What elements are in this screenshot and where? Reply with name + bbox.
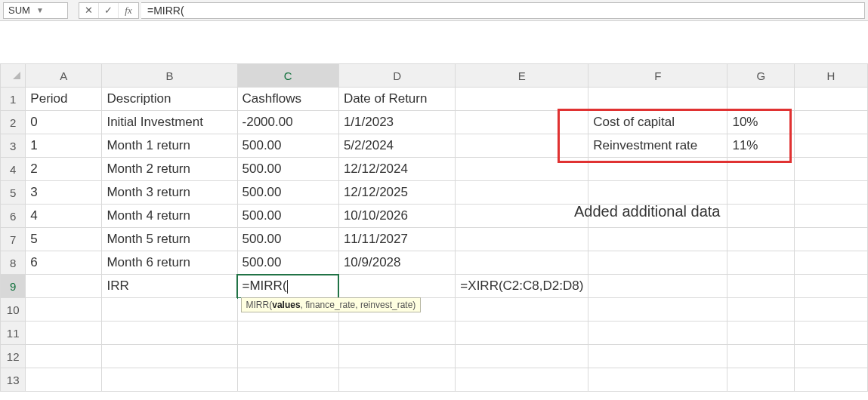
cell[interactable]: [338, 345, 455, 368]
confirm-button[interactable]: ✓: [99, 3, 119, 18]
cell[interactable]: Month 3 return: [102, 181, 237, 205]
active-cell[interactable]: =MIRR( MIRR(values, finance_rate, reinve…: [237, 275, 338, 298]
col-header-H[interactable]: H: [795, 64, 868, 88]
cell[interactable]: [338, 368, 455, 392]
cell[interactable]: [456, 298, 588, 322]
cell[interactable]: 11/11/2027: [338, 228, 455, 251]
cell[interactable]: [727, 228, 795, 251]
cell[interactable]: Cost of capital: [588, 111, 727, 134]
cell[interactable]: [588, 298, 727, 322]
cell[interactable]: [588, 368, 727, 392]
cell[interactable]: 1/1/2023: [338, 111, 455, 134]
col-header-B[interactable]: B: [102, 64, 237, 88]
cell[interactable]: 12/12/2024: [338, 158, 455, 181]
cell[interactable]: [102, 298, 237, 322]
formula-input[interactable]: =MIRR(: [141, 2, 865, 19]
function-tooltip[interactable]: MIRR(values, finance_rate, reinvest_rate…: [241, 297, 422, 312]
cell[interactable]: [795, 298, 868, 322]
col-header-G[interactable]: G: [727, 64, 795, 88]
cell[interactable]: [456, 251, 588, 275]
cell[interactable]: [588, 181, 727, 205]
cell[interactable]: [795, 322, 868, 345]
cell[interactable]: [795, 251, 868, 275]
col-header-F[interactable]: F: [588, 64, 727, 88]
col-header-E[interactable]: E: [456, 64, 588, 88]
cell[interactable]: [102, 322, 237, 345]
cell[interactable]: [102, 368, 237, 392]
cell[interactable]: [456, 134, 588, 158]
cell[interactable]: [338, 275, 455, 298]
cell[interactable]: Reinvestment rate: [588, 134, 727, 158]
cell[interactable]: [727, 345, 795, 368]
cell[interactable]: [795, 181, 868, 205]
cancel-button[interactable]: ✕: [79, 3, 99, 18]
cell[interactable]: [456, 205, 588, 228]
cell[interactable]: 3: [26, 181, 102, 205]
row-header[interactable]: 1: [1, 88, 26, 111]
row-header[interactable]: 10: [1, 298, 26, 322]
cell[interactable]: [456, 158, 588, 181]
cell[interactable]: [795, 158, 868, 181]
cell[interactable]: [456, 368, 588, 392]
cell[interactable]: 500.00: [237, 158, 338, 181]
cell[interactable]: [26, 345, 102, 368]
cell[interactable]: 11%: [727, 134, 795, 158]
cell[interactable]: [795, 111, 868, 134]
cell[interactable]: Period: [26, 88, 102, 111]
cell[interactable]: [727, 251, 795, 275]
cell[interactable]: [795, 205, 868, 228]
row-header[interactable]: 3: [1, 134, 26, 158]
cell[interactable]: [456, 88, 588, 111]
cell[interactable]: 10/10/2026: [338, 205, 455, 228]
cell[interactable]: [456, 181, 588, 205]
cell[interactable]: IRR: [102, 275, 237, 298]
col-header-A[interactable]: A: [26, 64, 102, 88]
cell[interactable]: [795, 228, 868, 251]
cell[interactable]: 500.00: [237, 181, 338, 205]
row-header[interactable]: 12: [1, 345, 26, 368]
cell[interactable]: [795, 368, 868, 392]
cell[interactable]: [237, 345, 338, 368]
cell[interactable]: 12/12/2025: [338, 181, 455, 205]
cell[interactable]: Description: [102, 88, 237, 111]
cell[interactable]: [237, 322, 338, 345]
cell[interactable]: 500.00: [237, 251, 338, 275]
cell[interactable]: [456, 228, 588, 251]
spreadsheet-grid[interactable]: A B C D E F G H 1 Period Description Cas…: [0, 63, 868, 392]
select-all-corner[interactable]: [1, 64, 26, 88]
cell[interactable]: -2000.00: [237, 111, 338, 134]
cell[interactable]: 4: [26, 205, 102, 228]
cell[interactable]: [727, 322, 795, 345]
cell[interactable]: [456, 322, 588, 345]
cell[interactable]: 10/9/2028: [338, 251, 455, 275]
cell[interactable]: [26, 368, 102, 392]
cell[interactable]: [102, 345, 237, 368]
cell[interactable]: [727, 158, 795, 181]
cell[interactable]: 1: [26, 134, 102, 158]
name-box[interactable]: SUM ▼: [3, 2, 68, 19]
cell[interactable]: 6: [26, 251, 102, 275]
cell[interactable]: [727, 205, 795, 228]
chevron-down-icon[interactable]: ▼: [36, 6, 64, 14]
cell[interactable]: Month 2 return: [102, 158, 237, 181]
cell[interactable]: Date of Return: [338, 88, 455, 111]
cell[interactable]: [588, 228, 727, 251]
cell[interactable]: Month 6 return: [102, 251, 237, 275]
cell[interactable]: 500.00: [237, 205, 338, 228]
cell[interactable]: [795, 134, 868, 158]
cell[interactable]: [338, 322, 455, 345]
cell[interactable]: [26, 298, 102, 322]
cell[interactable]: [456, 345, 588, 368]
cell[interactable]: [588, 251, 727, 275]
col-header-C[interactable]: C: [237, 64, 338, 88]
cell[interactable]: [237, 368, 338, 392]
cell[interactable]: 5/2/2024: [338, 134, 455, 158]
row-header[interactable]: 6: [1, 205, 26, 228]
row-header[interactable]: 5: [1, 181, 26, 205]
cell[interactable]: [727, 368, 795, 392]
row-header[interactable]: 7: [1, 228, 26, 251]
cell[interactable]: 10%: [727, 111, 795, 134]
row-header[interactable]: 4: [1, 158, 26, 181]
cell[interactable]: 2: [26, 158, 102, 181]
cell[interactable]: [588, 275, 727, 298]
